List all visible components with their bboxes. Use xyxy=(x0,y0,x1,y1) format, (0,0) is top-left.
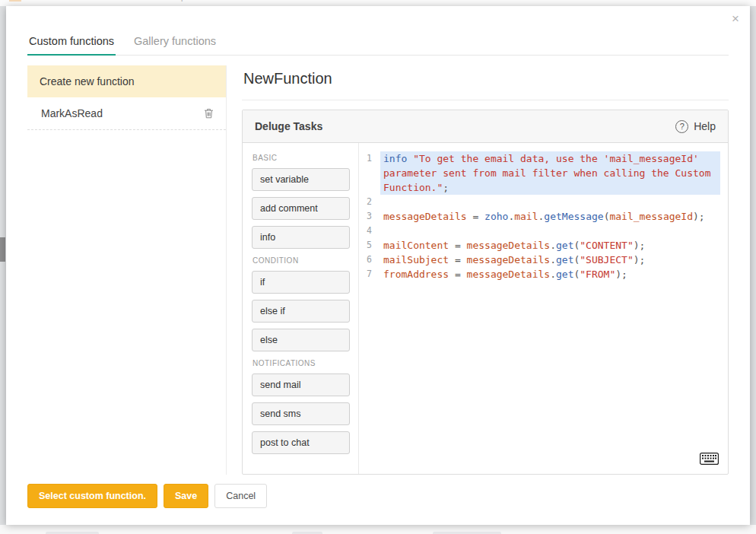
task-group-label: CONDITION xyxy=(253,256,350,265)
task-button-post-to-chat[interactable]: post to chat xyxy=(252,431,350,454)
code-line-text: info "To get the email data, use the 'ma… xyxy=(380,151,720,195)
code-line-text: mailSubject = messageDetails.get("SUBJEC… xyxy=(380,253,720,267)
create-new-function-button[interactable]: Create new function xyxy=(27,65,226,97)
code-line[interactable]: 5mailContent = messageDetails.get("CONTE… xyxy=(361,238,720,253)
line-number: 2 xyxy=(361,195,380,207)
save-button[interactable]: Save xyxy=(164,484,208,508)
line-number: 4 xyxy=(361,224,380,236)
panel-header: Deluge Tasks ? Help xyxy=(243,110,728,143)
function-name-label: MarkAsRead xyxy=(41,107,103,119)
background-page-bottom xyxy=(0,525,756,534)
keyboard-shortcuts-icon[interactable] xyxy=(700,453,719,468)
help-label: Help xyxy=(694,120,716,132)
function-tabs: Custom functions Gallery functions xyxy=(27,35,729,56)
background-nav: GeneralEmailGroupsCalendar xyxy=(47,0,257,2)
background-nav-item: Groups xyxy=(159,0,192,2)
function-title: NewFunction xyxy=(242,65,729,100)
function-list-item[interactable]: MarkAsRead xyxy=(27,97,226,130)
cancel-button[interactable]: Cancel xyxy=(214,484,267,508)
deluge-tasks-panel: Deluge Tasks ? Help BASICset variableadd… xyxy=(242,110,729,475)
task-button-info[interactable]: info xyxy=(252,226,350,249)
close-icon[interactable]: × xyxy=(732,12,739,25)
code-lines: 1info "To get the email data, use the 'm… xyxy=(361,151,720,281)
code-line-text: fromAddress = messageDetails.get("FROM")… xyxy=(380,267,720,281)
code-line-text: mailContent = messageDetails.get("CONTEN… xyxy=(380,238,720,253)
task-button-if[interactable]: if xyxy=(252,271,350,294)
custom-function-modal: × Custom functions Gallery functions Cre… xyxy=(6,6,750,525)
panel-title: Deluge Tasks xyxy=(255,120,322,132)
task-button-else-if[interactable]: else if xyxy=(252,300,350,323)
line-number: 5 xyxy=(361,238,380,250)
tab-custom-functions[interactable]: Custom functions xyxy=(27,35,116,56)
select-custom-function-button[interactable]: Select custom function. xyxy=(27,484,157,508)
tab-gallery-functions[interactable]: Gallery functions xyxy=(132,35,218,55)
delete-function-icon[interactable] xyxy=(204,108,214,119)
code-line-text xyxy=(380,224,720,238)
code-line[interactable]: 3messageDetails = zoho.mail.getMessage(m… xyxy=(361,209,720,224)
task-group-label: NOTIFICATIONS xyxy=(253,359,350,367)
line-number: 6 xyxy=(361,253,380,265)
task-button-else[interactable]: else xyxy=(252,329,350,351)
background-page-top: GeneralEmailGroupsCalendar xyxy=(0,0,756,6)
code-line[interactable]: 7fromAddress = messageDetails.get("FROM"… xyxy=(361,267,720,281)
help-icon: ? xyxy=(675,120,688,133)
line-number: 7 xyxy=(361,267,380,279)
code-editor[interactable]: 1info "To get the email data, use the 'm… xyxy=(359,143,728,474)
task-button-set-variable[interactable]: set variable xyxy=(252,168,350,191)
code-line[interactable]: 6mailSubject = messageDetails.get("SUBJE… xyxy=(361,253,720,267)
line-number: 3 xyxy=(361,209,380,221)
background-side-tab xyxy=(0,237,5,262)
background-nav-item: Email xyxy=(108,0,133,2)
background-nav-item: General xyxy=(47,0,82,2)
task-button-send-sms[interactable]: send sms xyxy=(252,402,350,425)
function-list-sidebar: Create new function MarkAsRead xyxy=(27,65,227,475)
task-button-send-mail[interactable]: send mail xyxy=(252,373,350,396)
code-line[interactable]: 2 xyxy=(361,195,720,209)
task-groups: BASICset variableadd commentinfoCONDITIO… xyxy=(243,143,359,474)
code-line-text xyxy=(380,195,720,209)
background-nav-item: Calendar xyxy=(217,0,257,2)
help-button[interactable]: ? Help xyxy=(675,120,716,133)
task-group-label: BASIC xyxy=(253,154,350,162)
code-line[interactable]: 1info "To get the email data, use the 'm… xyxy=(361,151,720,195)
code-line-text: messageDetails = zoho.mail.getMessage(ma… xyxy=(380,209,720,224)
function-editor-main: NewFunction Deluge Tasks ? Help BASICset… xyxy=(227,65,729,475)
modal-footer: Select custom function. Save Cancel xyxy=(27,484,267,508)
code-line[interactable]: 4 xyxy=(361,224,720,238)
background-logo xyxy=(9,0,21,2)
line-number: 1 xyxy=(361,151,380,164)
task-button-add-comment[interactable]: add comment xyxy=(252,197,350,220)
